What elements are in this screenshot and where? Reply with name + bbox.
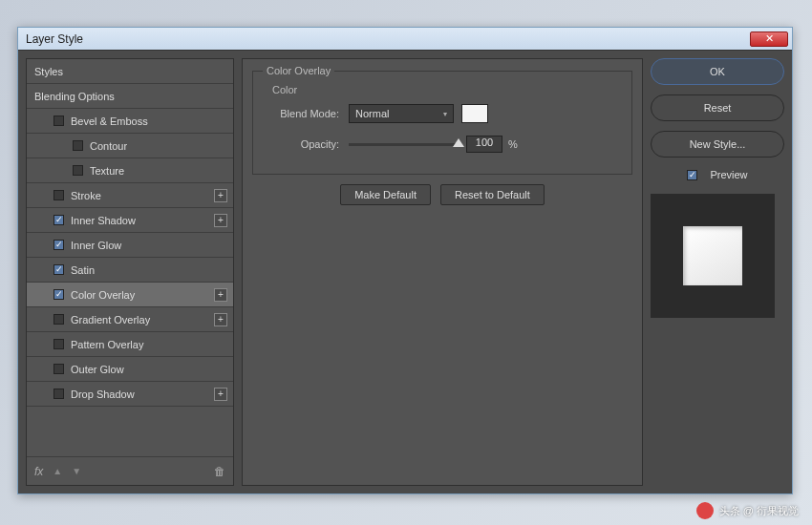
ok-button[interactable]: OK (651, 58, 784, 85)
watermark: 头条 @ 衍果视觉 (696, 502, 799, 519)
sidebar-item-outer-glow[interactable]: Outer Glow (27, 357, 233, 382)
checkbox-icon[interactable] (53, 116, 64, 126)
reset-default-button[interactable]: Reset to Default (440, 184, 545, 205)
checkbox-icon[interactable] (687, 170, 697, 180)
arrow-up-icon[interactable]: ▲ (53, 466, 62, 476)
avatar-icon (696, 502, 714, 519)
color-swatch[interactable] (461, 104, 488, 123)
blend-mode-select[interactable]: Normal ▾ (349, 104, 454, 123)
sidebar-item-color-overlay[interactable]: Color Overlay+ (27, 283, 233, 307)
checkbox-icon[interactable] (53, 314, 64, 325)
sidebar-item-stroke[interactable]: Stroke+ (27, 183, 233, 208)
opacity-unit: % (508, 138, 518, 150)
trash-icon[interactable]: 🗑 (214, 465, 225, 478)
preview-box (651, 194, 775, 318)
checkbox-icon[interactable] (53, 364, 64, 374)
plus-icon[interactable]: + (214, 214, 227, 227)
layer-style-dialog: Layer Style ✕ Styles Blending Options Be… (17, 27, 793, 494)
sidebar-item-satin[interactable]: Satin (27, 258, 233, 283)
checkbox-icon[interactable] (53, 388, 64, 399)
slider-thumb-icon[interactable] (453, 138, 464, 147)
dialog-body: Styles Blending Options Bevel & Emboss C… (18, 51, 792, 494)
sidebar-footer: fx ▲ ▼ 🗑 (27, 456, 233, 485)
styles-sidebar: Styles Blending Options Bevel & Emboss C… (26, 58, 234, 486)
sidebar-item-texture[interactable]: Texture (27, 158, 233, 183)
sidebar-item-drop-shadow[interactable]: Drop Shadow+ (27, 382, 233, 407)
checkbox-icon[interactable] (73, 165, 83, 176)
group-subtitle: Color (272, 84, 622, 95)
checkbox-icon[interactable] (53, 289, 64, 300)
close-button[interactable]: ✕ (750, 32, 788, 47)
opacity-slider[interactable] (349, 143, 459, 146)
sidebar-header-blending[interactable]: Blending Options (27, 84, 233, 109)
plus-icon[interactable]: + (214, 313, 227, 326)
sidebar-item-inner-shadow[interactable]: Inner Shadow+ (27, 208, 233, 233)
action-column: OK Reset New Style... Preview (651, 58, 784, 486)
checkbox-icon[interactable] (53, 264, 64, 275)
reset-button[interactable]: Reset (651, 94, 784, 121)
blend-mode-label: Blend Mode: (263, 108, 339, 119)
settings-panel: Color Overlay Color Blend Mode: Normal ▾… (242, 58, 643, 486)
preview-toggle[interactable]: Preview (651, 169, 784, 180)
fx-icon[interactable]: fx (34, 465, 43, 478)
titlebar[interactable]: Layer Style ✕ (18, 28, 792, 51)
sidebar-item-pattern-overlay[interactable]: Pattern Overlay (27, 332, 233, 357)
checkbox-icon[interactable] (53, 339, 64, 349)
plus-icon[interactable]: + (214, 288, 227, 302)
sidebar-item-bevel[interactable]: Bevel & Emboss (27, 109, 233, 134)
blend-mode-row: Blend Mode: Normal ▾ (263, 103, 622, 124)
opacity-row: Opacity: 100 % (263, 134, 622, 155)
sidebar-header-styles[interactable]: Styles (27, 59, 233, 84)
checkbox-icon[interactable] (73, 140, 83, 151)
plus-icon[interactable]: + (214, 388, 227, 401)
checkbox-icon[interactable] (53, 215, 64, 225)
sidebar-item-gradient-overlay[interactable]: Gradient Overlay+ (27, 307, 233, 332)
plus-icon[interactable]: + (214, 189, 227, 202)
preview-thumbnail (683, 226, 742, 285)
close-icon: ✕ (765, 32, 774, 45)
sidebar-item-contour[interactable]: Contour (27, 134, 233, 158)
checkbox-icon[interactable] (53, 190, 64, 200)
make-default-button[interactable]: Make Default (340, 184, 431, 205)
color-overlay-group: Color Overlay Color Blend Mode: Normal ▾… (252, 65, 632, 175)
dialog-title: Layer Style (26, 32, 83, 46)
new-style-button[interactable]: New Style... (651, 131, 784, 158)
chevron-down-icon: ▾ (443, 110, 447, 118)
opacity-input[interactable]: 100 (466, 136, 502, 153)
opacity-label: Opacity: (263, 138, 339, 150)
checkbox-icon[interactable] (53, 240, 64, 250)
sidebar-item-inner-glow[interactable]: Inner Glow (27, 233, 233, 258)
default-buttons: Make Default Reset to Default (252, 184, 632, 205)
arrow-down-icon[interactable]: ▼ (72, 466, 81, 476)
group-title: Color Overlay (263, 65, 334, 76)
